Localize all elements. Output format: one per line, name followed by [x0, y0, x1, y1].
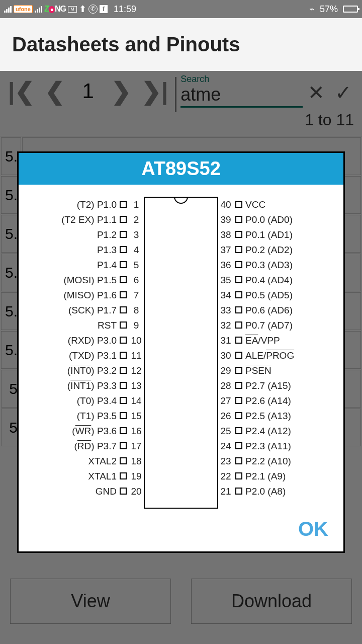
- carrier-badge-1: ufone: [14, 5, 33, 13]
- upload-icon: ⬆: [79, 4, 86, 15]
- pinout-diagram: (T2) P1.0140VCC(T2 EX) P1.1239P0.0 (AD0)…: [36, 197, 326, 499]
- bluetooth-icon: ⌁: [309, 4, 315, 15]
- carrier-badge-2: Z●NG: [44, 5, 66, 14]
- facebook-icon: f: [100, 5, 108, 13]
- chip-outline: [144, 197, 218, 509]
- signal-icon-2: [35, 6, 42, 13]
- ok-button[interactable]: OK: [298, 518, 328, 540]
- app-title: Datasheets and Pinouts: [12, 33, 240, 56]
- chip-notch: [174, 197, 188, 204]
- status-bar: ufone Z●NG M ⬆ ✆ f 11:59 ⌁ 57%: [0, 0, 362, 18]
- battery-icon: [343, 6, 358, 13]
- pinout-dialog: AT89S52 (T2) P1.0140VCC(T2 EX) P1.1239P0…: [17, 151, 345, 553]
- signal-icon-1: [4, 6, 12, 13]
- clock: 11:59: [114, 4, 136, 15]
- app-header: Datasheets and Pinouts: [0, 18, 362, 71]
- battery-pct: 57%: [320, 4, 338, 15]
- mail-icon: M: [68, 6, 77, 13]
- whatsapp-icon: ✆: [88, 5, 98, 14]
- modal-overlay[interactable]: AT89S52 (T2) P1.0140VCC(T2 EX) P1.1239P0…: [0, 71, 362, 644]
- dialog-title: AT89S52: [19, 153, 343, 185]
- dialog-body: (T2) P1.0140VCC(T2 EX) P1.1239P0.0 (AD0)…: [19, 185, 343, 513]
